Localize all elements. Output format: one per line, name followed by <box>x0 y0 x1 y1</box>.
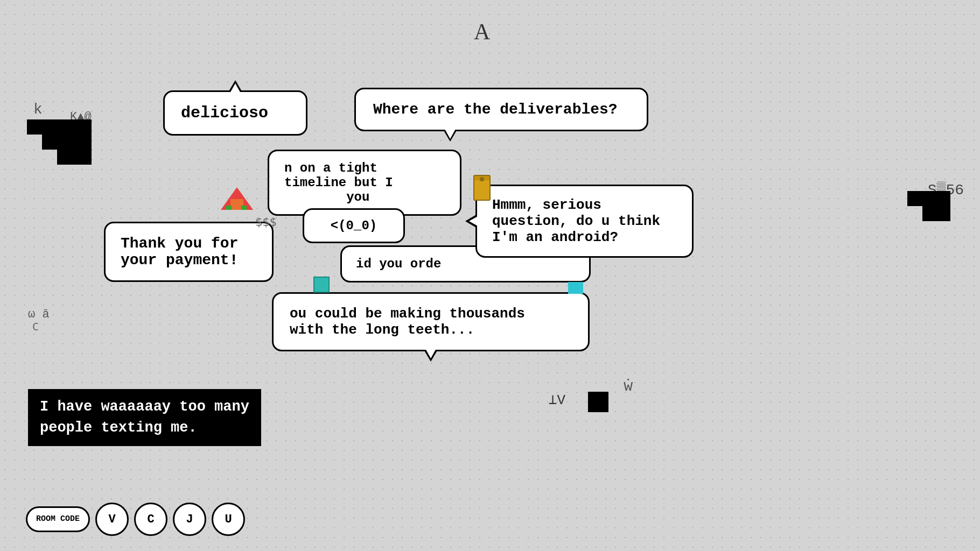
bubble-thousands-text: ou could be making thousandswith the lon… <box>290 306 525 338</box>
bubble-delicioso: delicioso <box>163 90 307 136</box>
bubble-timeline-text: n on a tighttimeline but I you <box>284 161 393 204</box>
bubble-thousands: ou could be making thousandswith the lon… <box>272 292 590 351</box>
player-c-button[interactable]: C <box>134 503 167 536</box>
deco-dotted-omega: ẇ <box>624 377 633 395</box>
bubble-deliverables-text: Where are the deliverables? <box>373 101 618 118</box>
bubble-android-text: Hmmm, seriousquestion, do u thinkI'm an … <box>492 197 660 245</box>
bubble-timeline: n on a tighttimeline but I you <box>268 150 461 216</box>
icon-red-hat <box>221 180 253 210</box>
deco-v-symbol: ⊥V <box>549 391 565 408</box>
icon-blue-rect <box>568 282 583 294</box>
bubble-deliverables: Where are the deliverables? <box>354 88 648 131</box>
player-j-button[interactable]: J <box>173 503 206 536</box>
player-v-button[interactable]: V <box>95 503 129 536</box>
bubble-emoticon: <(0_0) <box>303 208 405 243</box>
icon-teal-char <box>313 277 330 293</box>
bottom-banner-text: I have waaaaaay too manypeople texting m… <box>40 399 249 436</box>
room-code-bar: ROOM CODE V C J U <box>26 503 245 536</box>
deco-c: C <box>32 320 39 333</box>
icon-gold-can <box>471 175 493 204</box>
bubble-android: Hmmm, seriousquestion, do u thinkI'm an … <box>475 185 694 258</box>
bubble-payment-text: Thank you foryour payment! <box>121 235 238 269</box>
deco-omega: ω ā <box>28 308 50 321</box>
deco-letter-k: k <box>33 101 43 118</box>
player-u-button[interactable]: U <box>212 503 245 536</box>
bubble-emoticon-text: <(0_0) <box>331 218 377 233</box>
deco-money: $$$ <box>255 215 277 229</box>
deco-letter-a: A <box>474 19 490 45</box>
bubble-ordered-text: id you orde <box>356 257 441 271</box>
bottom-banner: I have waaaaaay too manypeople texting m… <box>28 389 261 446</box>
bubble-delicioso-text: delicioso <box>181 104 268 122</box>
bubble-payment: Thank you foryour payment! <box>104 222 274 282</box>
deco-black-square <box>588 392 608 412</box>
room-code-button[interactable]: ROOM CODE <box>26 506 90 532</box>
